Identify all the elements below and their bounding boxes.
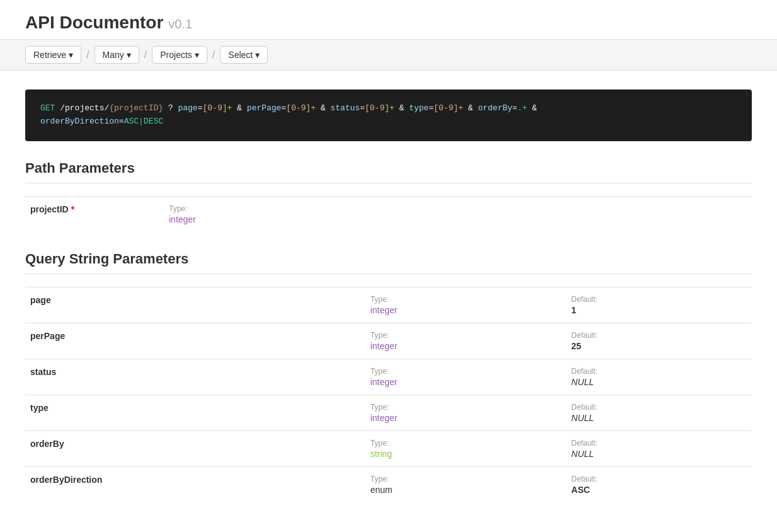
many-button[interactable]: Many ▾ (95, 46, 139, 64)
code-page-param: page (178, 103, 197, 113)
code-path: /projects/ (60, 103, 109, 113)
default-label-orderBy: Default: (572, 439, 747, 448)
param-default-col-perPage: Default:25 (567, 323, 752, 359)
code-line-1: GET /projects/{projectID} ? page=[0-9]+ … (40, 102, 737, 115)
param-name-orderBy: orderBy (25, 431, 365, 466)
default-value-perPage: 25 (572, 341, 747, 351)
code-type-param: type (409, 103, 429, 113)
param-default-col-orderByDirection: Default:ASC (567, 466, 752, 502)
table-row: projectID* Type: integer (25, 196, 752, 232)
select-chevron-icon: ▾ (255, 50, 260, 60)
many-label: Many (103, 50, 124, 60)
path-params-divider (25, 183, 752, 183)
type-label-orderByDirection: Type: (371, 475, 561, 483)
param-type-col-perPage: Type: integer (365, 323, 567, 359)
type-label-page: Type: (371, 295, 561, 304)
type-value-page: integer (371, 305, 561, 315)
param-type-col-orderByDirection: Type: enum (365, 466, 567, 502)
type-value-status: integer (371, 377, 561, 387)
type-label-perPage: Type: (371, 331, 561, 340)
select-button[interactable]: Select ▾ (220, 46, 268, 64)
param-type-col-orderBy: Type: string (365, 431, 567, 466)
param-default-col-type: Default:NULL (567, 395, 752, 431)
type-value-perPage: integer (371, 341, 561, 351)
param-name-page: page (25, 287, 365, 323)
code-type-val: [0-9]+ (434, 103, 463, 113)
type-value-projectid: integer (169, 214, 241, 224)
code-status-param: status (330, 103, 360, 113)
projects-button[interactable]: Projects ▾ (152, 46, 207, 64)
retrieve-chevron-icon: ▾ (69, 50, 73, 60)
code-path-param: {projectID} (109, 103, 163, 113)
param-default-col-projectid (246, 196, 752, 232)
code-perpage-param: perPage (247, 103, 282, 113)
app-title: API Documentor (25, 13, 163, 32)
code-method: GET (40, 103, 55, 113)
default-label-orderByDirection: Default: (572, 475, 747, 483)
nav-bar: Retrieve ▾ / Many ▾ / Projects ▾ / Selec… (0, 39, 777, 71)
code-perpage-val: [0-9]+ (286, 103, 316, 113)
default-value-status: NULL (572, 377, 747, 387)
param-default-col-page: Default:1 (567, 287, 752, 323)
select-label: Select (228, 50, 253, 60)
table-row: perPage Type: integer Default:25 (25, 323, 752, 359)
type-label-orderBy: Type: (371, 439, 561, 448)
type-label-type: Type: (371, 403, 561, 412)
param-default-col-status: Default:NULL (567, 359, 752, 395)
type-value-orderBy: string (371, 449, 561, 459)
query-params-table: page Type: integer Default:1 perPage Typ… (25, 287, 752, 502)
retrieve-button[interactable]: Retrieve ▾ (25, 46, 81, 64)
param-default-col-orderBy: Default:NULL (567, 431, 752, 466)
app-version: v0.1 (168, 17, 192, 31)
param-type-col-page: Type: integer (365, 287, 567, 323)
default-label-type: Default: (572, 403, 747, 412)
param-type-col-projectid: Type: integer (164, 196, 246, 232)
default-value-orderByDirection: ASC (572, 485, 747, 495)
path-params-title: Path Parameters (25, 160, 752, 176)
param-name-projectid: projectID* (25, 196, 164, 232)
page-header: API Documentorv0.1 (0, 0, 777, 39)
table-row: orderBy Type: string Default:NULL (25, 431, 752, 466)
code-query-start: ? (163, 103, 178, 113)
retrieve-label: Retrieve (33, 50, 66, 60)
default-label-perPage: Default: (572, 331, 747, 340)
table-row: page Type: integer Default:1 (25, 287, 752, 323)
code-page-val: [0-9]+ (203, 103, 233, 113)
code-line-2: orderByDirection=ASC|DESC (40, 115, 737, 129)
code-orderbydir-val: ASC|DESC (124, 117, 163, 126)
main-content: GET /projects/{projectID} ? page=[0-9]+ … (0, 71, 777, 532)
param-type-col-type: Type: integer (365, 395, 567, 431)
nav-separator-2: / (144, 49, 147, 61)
param-name-type: type (25, 395, 365, 431)
table-row: orderByDirection Type: enum Default:ASC (25, 466, 752, 502)
type-value-orderByDirection: enum (371, 485, 561, 495)
default-label-status: Default: (572, 367, 747, 376)
code-orderbydir-param: orderByDirection (40, 117, 119, 126)
query-params-title: Query String Parameters (25, 251, 752, 267)
code-block: GET /projects/{projectID} ? page=[0-9]+ … (25, 90, 752, 141)
code-orderby-val: .+ (517, 103, 527, 113)
required-star: * (71, 204, 74, 214)
default-value-page: 1 (572, 305, 747, 315)
type-label-projectid: Type: (169, 204, 241, 213)
table-row: status Type: integer Default:NULL (25, 359, 752, 395)
default-value-orderBy: NULL (572, 449, 747, 459)
projects-chevron-icon: ▾ (195, 50, 199, 60)
projects-label: Projects (160, 50, 192, 60)
nav-separator-1: / (86, 49, 89, 61)
many-chevron-icon: ▾ (127, 50, 131, 60)
code-orderby-param: orderBy (478, 103, 512, 113)
type-value-type: integer (371, 413, 561, 423)
default-value-type: NULL (572, 413, 747, 423)
param-name-orderByDirection: orderByDirection (25, 466, 365, 502)
nav-separator-3: / (212, 49, 215, 61)
param-name-perPage: perPage (25, 323, 365, 359)
default-label-page: Default: (572, 295, 747, 304)
param-name-status: status (25, 359, 365, 395)
table-row: type Type: integer Default:NULL (25, 395, 752, 431)
path-params-table: projectID* Type: integer (25, 196, 752, 232)
code-status-val: [0-9]+ (365, 103, 394, 113)
param-type-col-status: Type: integer (365, 359, 567, 395)
type-label-status: Type: (371, 367, 561, 376)
query-params-divider (25, 274, 752, 274)
